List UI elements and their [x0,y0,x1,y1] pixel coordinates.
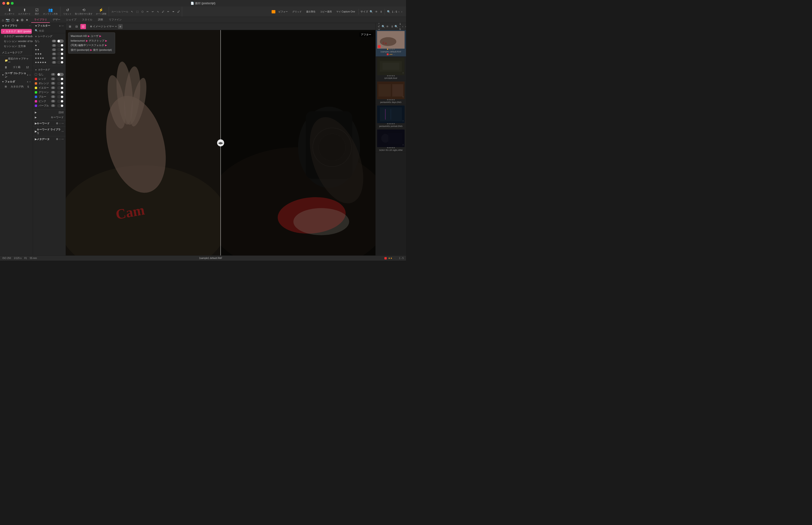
cursor-tool-10[interactable]: 🖍 [176,7,181,16]
tab-library[interactable]: ライブラリ [31,17,50,23]
session-cube-item[interactable]: セッション: 立方体 [0,44,33,49]
page-next-icon[interactable]: › [401,10,403,14]
rating-1star-toggle[interactable] [57,44,64,47]
library-panel-header[interactable]: ▼ ライブラリ ··· [0,23,33,28]
undo-button[interactable]: ⟲ 取り消す/やり直す [74,7,94,16]
metadata-header[interactable]: ▶ メタデータ ⚙ ↑ ··· [33,137,65,142]
color-red[interactable]: レッド 1 [33,77,65,81]
color-label[interactable]: ▼ カラータグ [33,68,65,72]
color-yellow-toggle[interactable] [57,86,64,90]
library-panel-more[interactable]: ··· [29,25,31,27]
pause-icon[interactable]: ⏸ [379,10,383,14]
rating-2star[interactable]: ★★ 1 [33,47,65,52]
color-orange-toggle[interactable] [57,82,64,85]
share-button[interactable]: 👥 オンライン共有 [42,7,59,16]
film-item-4[interactable]: ↑ pentax645z portrait.DNG [376,105,406,129]
film-item-3[interactable]: ↑ pentax645z days.DNG [376,80,406,105]
compare-view-btn[interactable]: ⊡ [80,24,86,29]
page-search-icon[interactable]: 🔍 [386,10,391,14]
tab-style[interactable]: スタイル [79,17,95,23]
camera-icon[interactable]: 📷 [5,18,11,22]
color-purple[interactable]: パープル 0 [33,103,65,108]
minimize-button[interactable] [6,2,10,5]
split-circle-handle[interactable]: ◀▶ [217,139,224,146]
session-tsubaki-item[interactable]: セッション: wonder of tsubaki*2" [0,39,33,44]
rating-5star[interactable]: ★★★★★ 0 [33,60,65,64]
keyword-filter-section[interactable]: ▶ キーワード [33,115,65,120]
rating-none[interactable]: なし 4 [33,39,65,43]
cursor-tool-7[interactable]: 🖊 [161,7,165,16]
rating-3star-toggle[interactable] [57,52,64,56]
filmstrip-zoom-icon[interactable]: 🔍 [381,25,386,29]
export-warning-button[interactable]: 書出警告 [304,10,318,14]
color-green-toggle[interactable] [57,91,64,94]
add-collection-icon[interactable]: + [27,74,28,76]
in-catalog-item[interactable]: ⊞ カタログ内 5 [0,84,33,89]
import-button[interactable]: ⬇ インポート [3,7,16,16]
cursor-tool-9[interactable]: ✒ [171,7,176,16]
style-icon[interactable]: ◈ [15,18,20,22]
rating-3star[interactable]: ★★★ 0 [33,52,65,56]
meta-share-icon[interactable]: ↑ [59,138,61,141]
close-button[interactable] [2,2,5,5]
rating-4star-toggle[interactable] [57,56,64,60]
keyword-panel-header[interactable]: ▶ キーワード ⚙ ↑ ··· [33,121,65,126]
view-icon[interactable]: 👁 [374,10,378,14]
color-purple-toggle[interactable] [57,104,64,107]
refine-icon[interactable]: ✦ [25,18,29,22]
film-prev-btn[interactable]: ‹ [402,25,404,29]
color-pink[interactable]: ピンク 0 [33,99,65,103]
rating-2star-toggle[interactable] [57,48,64,51]
meta-add-icon[interactable]: ⚙ [56,138,58,141]
before-button[interactable]: ビフォー [277,10,290,14]
date-section[interactable]: ▶ 日付 [33,110,65,115]
clear-menu-item[interactable]: メニューをクリア [0,50,33,55]
copy-apply-button[interactable]: コピー適用 [318,10,334,14]
tab-desk[interactable]: デザー [50,17,63,23]
film-item-5[interactable]: ↑ SONY RX-1R night.ARW [376,129,406,152]
color-green[interactable]: グリーン 0 [33,90,65,94]
cursor-tool-6[interactable]: ∿ [155,7,160,16]
keyword-share-icon[interactable]: ↑ [59,122,61,125]
folder-header[interactable]: ▼ フォルダ + − [0,79,33,84]
mycapture-button[interactable]: マイ Capture One [334,10,357,14]
remove-folder-icon[interactable]: − [29,80,31,83]
keyword-more-icon[interactable]: ··· [62,122,64,125]
color-orange[interactable]: オレンジ 0 [33,81,65,86]
filmstrip-pause-btn[interactable]: ⏸ [390,25,394,29]
catalog-tsubaki-item[interactable]: カタログ: wonder of tsubaki [0,34,33,39]
window-controls[interactable] [2,2,14,5]
add-filter-icon[interactable]: + [59,25,60,27]
keyword-library-header[interactable]: ▶ キーワード ライブラリ ··· [33,127,65,136]
maximize-button[interactable] [11,2,14,5]
film-next-btn[interactable]: › [404,25,406,29]
split-handle[interactable]: ◀▶ [220,30,221,255]
kl-more-icon[interactable]: ··· [62,130,64,133]
recent-capture-item[interactable]: 📁 最近のキャプチャー [0,56,33,65]
color-blue[interactable]: ブルー 0 [33,94,65,99]
export-button[interactable]: ⬆ エクスポート [17,7,32,16]
color-red-toggle[interactable] [57,77,64,80]
page-prev-icon[interactable]: ‹ [398,10,400,14]
auto-button[interactable]: ⚡ オート調整 [94,7,108,16]
add-layer-button[interactable]: + [118,24,123,29]
grid-button[interactable]: グリッド [290,10,304,14]
filter-header[interactable]: ▼ フィルター + ··· [33,23,65,28]
reset-button[interactable]: ↺ リセット [62,7,73,16]
rating-none-toggle[interactable] [57,40,64,43]
color-none-toggle[interactable] [57,73,64,76]
home-icon[interactable]: ⌂ [1,18,5,22]
filter-more-icon[interactable]: ··· [62,25,64,27]
select-button[interactable]: ☑ 選択 [33,7,41,16]
rating-1star[interactable]: ★ 0 [33,43,65,47]
adjust-icon[interactable]: ⚙ [20,18,25,22]
cursor-tool-5[interactable]: ↩ [150,7,155,16]
cursor-tool-3[interactable]: ⬡ [140,7,145,16]
cursor-tool-2[interactable]: ⬚ [135,7,140,16]
film-item-2[interactable]: ↑ GFX50R.RAF [376,57,406,80]
shape-icon[interactable]: ⬡ [11,18,15,22]
rating-5star-toggle[interactable] [57,61,64,64]
tab-refine[interactable]: リファイン [106,17,124,23]
rating-4star[interactable]: ★★★★ 0 [33,56,65,60]
rating-label[interactable]: ▼ レーティング [33,34,65,39]
